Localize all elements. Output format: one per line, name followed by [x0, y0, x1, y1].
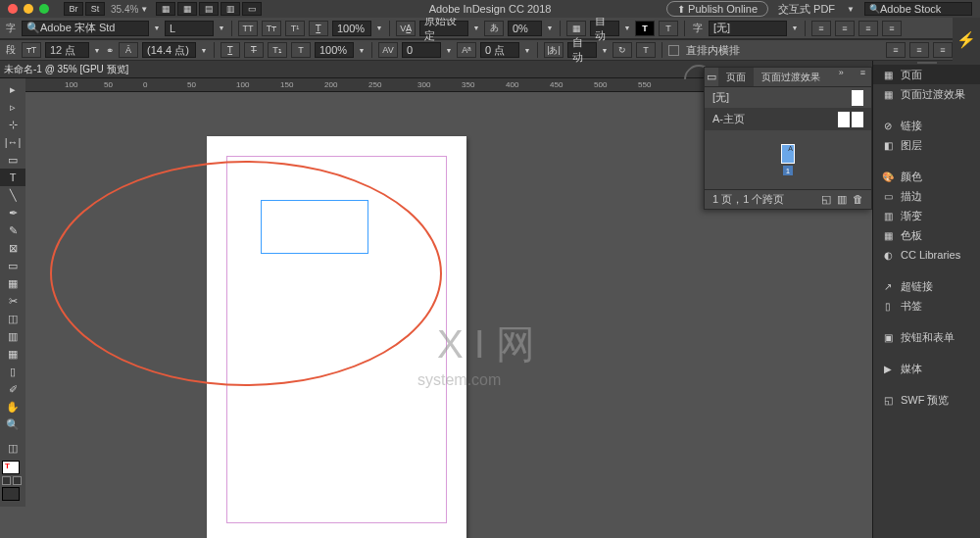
- dock-layers[interactable]: ◧图层: [873, 135, 980, 155]
- free-transform-tool[interactable]: ◫: [0, 310, 25, 327]
- scissors-tool[interactable]: ✂: [0, 292, 25, 310]
- pen-tool[interactable]: ✒: [0, 204, 25, 221]
- justify-right-button[interactable]: ≡: [933, 42, 953, 58]
- justify-center-button[interactable]: ≡: [909, 42, 929, 58]
- new-page-icon[interactable]: ▥: [837, 193, 847, 206]
- gradient-swatch-tool[interactable]: ▥: [0, 327, 25, 345]
- window-minimize-icon[interactable]: [24, 4, 33, 14]
- preview-anchor-icon[interactable]: ◫: [0, 439, 25, 457]
- dock-media[interactable]: ▶媒体: [873, 359, 980, 378]
- char-tab[interactable]: 字: [4, 22, 18, 35]
- dock-color[interactable]: 🎨颜色: [873, 167, 980, 186]
- aki-input[interactable]: 自动: [567, 42, 597, 58]
- font-family-input[interactable]: 🔍 Adobe 宋体 Std: [22, 21, 149, 36]
- dock-links[interactable]: ⊘链接: [873, 116, 980, 135]
- arrange-icon[interactable]: ▥: [220, 2, 240, 16]
- edit-page-icon[interactable]: ◱: [821, 193, 831, 206]
- bridge-icon[interactable]: Br: [64, 2, 83, 16]
- text-on-black-button[interactable]: T: [635, 21, 655, 36]
- type-tool[interactable]: T: [0, 169, 25, 186]
- document-tab[interactable]: 未命名-1 @ 35% [GPU 预览]: [4, 63, 128, 76]
- content-collector-tool[interactable]: ▭: [0, 151, 25, 169]
- dock-buttons-forms[interactable]: ▣按钮和表单: [873, 327, 980, 347]
- tracking-input[interactable]: 0: [402, 42, 441, 58]
- search-input[interactable]: 🔍 Adobe Stock: [864, 2, 972, 16]
- rectangle-frame-tool[interactable]: ⊠: [0, 239, 25, 257]
- dock-swf-preview[interactable]: ◱SWF 预览: [873, 390, 980, 410]
- justify-left-button[interactable]: ≡: [886, 42, 906, 58]
- line-tool[interactable]: ╲: [0, 186, 25, 204]
- dock-swatches[interactable]: ▦色板: [873, 225, 980, 245]
- publish-online-button[interactable]: ⬆ Publish Online: [666, 1, 768, 17]
- direct-selection-tool[interactable]: ▹: [0, 98, 25, 116]
- dock-gradient[interactable]: ▥渐变: [873, 206, 980, 225]
- view-mode-icon[interactable]: ▦: [156, 2, 175, 16]
- hand-tool[interactable]: ✋: [0, 398, 25, 416]
- skew-icon[interactable]: T: [636, 42, 656, 58]
- align-left-button[interactable]: ≡: [811, 21, 831, 36]
- page-preview[interactable]: A 1: [705, 130, 871, 189]
- text-on-white-button[interactable]: T: [659, 21, 678, 36]
- kerning-input[interactable]: 原始设定: [419, 21, 468, 36]
- dock-hyperlinks[interactable]: ↗超链接: [873, 276, 980, 296]
- scale-h-input[interactable]: 100%: [332, 21, 371, 36]
- zoom-level[interactable]: 35.4%: [111, 4, 138, 15]
- master-a-row[interactable]: A-主页: [705, 109, 871, 130]
- chevron-down-icon[interactable]: ▼: [847, 5, 855, 14]
- strikethrough-button[interactable]: T̶: [244, 42, 264, 58]
- rectangle-tool[interactable]: ▭: [0, 257, 25, 274]
- align-center-button[interactable]: ≡: [835, 21, 855, 36]
- font-style-input[interactable]: L: [165, 21, 214, 36]
- gap-tool[interactable]: |↔|: [0, 133, 25, 151]
- rotate-icon[interactable]: ↻: [612, 42, 632, 58]
- grid-input[interactable]: 自动: [590, 21, 619, 36]
- chevron-down-icon[interactable]: ▼: [218, 24, 225, 31]
- window-close-icon[interactable]: [8, 4, 18, 14]
- screen-mode-icon[interactable]: ▭: [242, 2, 262, 16]
- stock-icon[interactable]: St: [85, 2, 105, 16]
- view-mode-icon[interactable]: ▦: [177, 2, 197, 16]
- leading-input[interactable]: (14.4 点): [142, 42, 196, 58]
- underline-button[interactable]: T̲: [220, 42, 240, 58]
- collapse-icon[interactable]: »: [833, 68, 850, 86]
- pencil-tool[interactable]: ✎: [0, 221, 25, 239]
- char-style-input[interactable]: [无]: [709, 21, 787, 36]
- align-justify-button[interactable]: ≡: [882, 21, 902, 36]
- note-tool[interactable]: ▯: [0, 363, 25, 380]
- gradient-feather-tool[interactable]: ▦: [0, 345, 25, 363]
- dock-cc-libraries[interactable]: ◐CC Libraries: [873, 245, 980, 265]
- delete-page-icon[interactable]: 🗑: [853, 193, 863, 206]
- page-transitions-tab[interactable]: 页面过渡效果: [754, 68, 828, 86]
- all-caps-button[interactable]: TT: [238, 21, 258, 36]
- fill-stroke-swatches[interactable]: T: [0, 457, 25, 507]
- dock-pages[interactable]: ▦页面: [873, 65, 980, 84]
- window-zoom-icon[interactable]: [39, 4, 49, 14]
- pages-tab[interactable]: 页面: [718, 68, 754, 86]
- font-size-input[interactable]: 12 点: [45, 42, 89, 58]
- char-spacing-input[interactable]: 0%: [508, 21, 542, 36]
- grid-tool[interactable]: ▦: [0, 274, 25, 292]
- workspace-label[interactable]: 交互式 PDF: [778, 2, 835, 17]
- link-icon[interactable]: ⚭: [105, 42, 115, 58]
- arrange-icon[interactable]: ▤: [199, 2, 219, 16]
- dock-stroke[interactable]: ▭描边: [873, 186, 980, 206]
- dock-page-transitions[interactable]: ▦页面过渡效果: [873, 84, 980, 104]
- master-none-row[interactable]: [无]: [705, 87, 871, 109]
- scale-v-input[interactable]: 100%: [315, 42, 354, 58]
- zoom-tool[interactable]: 🔍: [0, 416, 25, 433]
- chevron-down-icon[interactable]: ▼: [153, 24, 161, 31]
- page-tool[interactable]: ⊹: [0, 116, 25, 133]
- chevron-down-icon[interactable]: ▼: [140, 5, 148, 14]
- pages-panel[interactable]: ▭ 页面 页面过渡效果 » ≡ [无] A-主页 A 1 1 页，1 个跨页 ◱…: [704, 67, 872, 210]
- align-right-button[interactable]: ≡: [858, 21, 878, 36]
- small-caps-button[interactable]: Tᴛ: [262, 21, 281, 36]
- baseline-shift-input[interactable]: 0 点: [480, 42, 519, 58]
- eyedropper-tool[interactable]: ✐: [0, 380, 25, 398]
- subscript-button[interactable]: T₁: [268, 42, 287, 58]
- selection-tool[interactable]: ▸: [0, 80, 25, 98]
- panel-menu-icon[interactable]: ≡: [855, 68, 871, 86]
- tatechuyoko-checkbox[interactable]: [668, 45, 679, 56]
- properties-panel-toggle[interactable]: ⚡: [953, 18, 980, 61]
- dock-bookmarks[interactable]: ▯书签: [873, 296, 980, 316]
- superscript-button[interactable]: T¹: [285, 21, 305, 36]
